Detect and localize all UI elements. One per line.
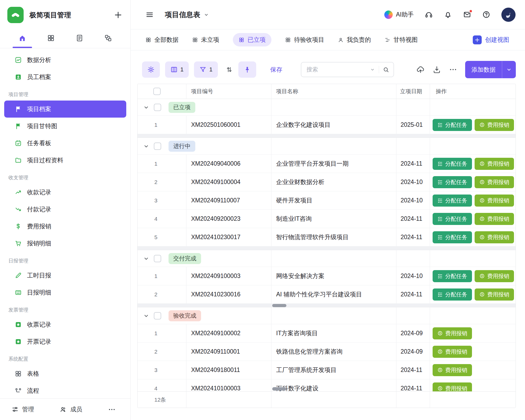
assign-task-button[interactable]: 分配任务 — [433, 195, 472, 207]
assign-task-button[interactable]: 分配任务 — [433, 158, 472, 170]
view-tab[interactable]: 未立项 — [192, 36, 219, 44]
expense-report-button[interactable]: $费用报销 — [475, 119, 514, 131]
sidebar-item[interactable]: 项目过程资料 — [4, 152, 126, 169]
expense-report-button[interactable]: $费用报销 — [433, 382, 472, 392]
group-checkbox[interactable] — [154, 104, 161, 111]
table-row[interactable]: 2XM202410230016AI 辅助个性化学习平台建设项目2024-11分配… — [138, 285, 516, 304]
filter-button[interactable]: 1 — [194, 61, 218, 78]
sidebar-item[interactable]: 员工档案 — [4, 69, 126, 86]
sidebar-item[interactable]: 数据分析 — [4, 51, 126, 69]
sidebar-item[interactable]: 开票记录 — [4, 333, 126, 350]
view-tab[interactable]: 待验收项目 — [285, 36, 324, 44]
checklist-icon — [437, 292, 443, 297]
title-chevron-icon[interactable] — [203, 12, 209, 18]
assign-task-button[interactable]: 分配任务 — [433, 176, 472, 188]
select-all-checkbox[interactable] — [153, 88, 161, 95]
group-collapse-icon[interactable] — [143, 143, 150, 150]
view-settings-button[interactable] — [142, 61, 160, 78]
expense-report-button[interactable]: $费用报销 — [433, 327, 472, 339]
sidebar-more-icon[interactable] — [108, 406, 116, 413]
table-row[interactable]: 1XM202409100002IT方案咨询项目2024-09$费用报销 — [138, 324, 516, 343]
view-tab[interactable]: 甘特视图 — [385, 36, 418, 44]
sort-icon — [225, 66, 233, 73]
sidebar-item[interactable]: 工时日报 — [4, 267, 126, 284]
table-row[interactable]: 1XM202501060001企业数字化建设项目2025-01分配任务$费用报销 — [138, 116, 516, 134]
hidden-fields-button[interactable]: 1 — [165, 61, 189, 78]
group-collapse-icon[interactable] — [143, 104, 150, 111]
assign-task-button[interactable]: 分配任务 — [433, 119, 472, 131]
expense-report-button[interactable]: $费用报销 — [475, 213, 514, 225]
export-download-icon[interactable] — [433, 65, 441, 74]
members-button[interactable]: 成员 — [60, 405, 82, 413]
sidebar-item[interactable]: 项目甘特图 — [4, 118, 126, 135]
table-row[interactable]: 3XM202409110007硬件开发项目2024-10分配任务$费用报销 — [138, 191, 516, 210]
inbox-mail-icon[interactable] — [463, 10, 471, 19]
sort-button[interactable] — [223, 61, 235, 78]
sidebar-tab-docs[interactable] — [72, 28, 87, 48]
sidebar-item[interactable]: 项目档案 — [4, 101, 126, 118]
manage-button[interactable]: 管理 — [12, 405, 34, 413]
group-checkbox[interactable] — [154, 143, 161, 150]
table-row[interactable]: 3XM202409180011工厂管理系统开发项目2024-11$费用报销 — [138, 361, 516, 379]
table-row[interactable]: 2XM202409100004企业业财数据分析2024-10分配任务$费用报销 — [138, 173, 516, 191]
sidebar-tab-tables[interactable] — [43, 28, 59, 48]
add-data-button[interactable]: 添加数据 — [465, 61, 516, 78]
menu-toggle-icon[interactable] — [145, 10, 154, 19]
view-tab[interactable]: 我负责的 — [338, 36, 371, 44]
import-upload-icon[interactable] — [416, 65, 425, 74]
sidebar-item[interactable]: 付款记录 — [4, 201, 126, 218]
search-scope-chevron-icon[interactable] — [370, 67, 375, 72]
assign-task-button[interactable]: 分配任务 — [433, 213, 472, 225]
horizontal-scrollbar-thumb[interactable] — [272, 387, 286, 391]
group-collapse-icon[interactable] — [143, 312, 150, 319]
view-tab[interactable]: 已立项 — [233, 33, 271, 46]
expense-report-button[interactable]: $费用报销 — [433, 346, 472, 358]
save-view-button[interactable]: 保存 — [270, 66, 282, 74]
create-view-button[interactable]: 创建视图 — [473, 35, 509, 44]
support-headset-icon[interactable] — [425, 10, 433, 19]
sidebar-item[interactable]: 费用报销 — [4, 218, 126, 235]
add-workspace-icon[interactable] — [114, 10, 123, 19]
help-icon[interactable] — [482, 10, 490, 19]
pin-button[interactable] — [238, 61, 256, 78]
group-checkbox[interactable] — [154, 312, 161, 319]
expense-report-button[interactable]: $费用报销 — [475, 288, 514, 301]
table-row[interactable]: 2XM202409110001铁路信息化管理方案咨询2024-09$费用报销 — [138, 343, 516, 361]
checklist-icon — [437, 179, 443, 185]
expense-report-button[interactable]: $费用报销 — [475, 195, 514, 207]
view-tab[interactable]: 全部数据 — [145, 36, 178, 44]
table-row[interactable]: 5XM202410230017智行物流管理软件升级项目2024-11分配任务$费… — [138, 228, 516, 246]
sidebar-item[interactable]: 报销明细 — [4, 235, 126, 252]
avatar[interactable] — [501, 8, 516, 22]
ai-assistant-button[interactable]: AI助手 — [384, 10, 414, 19]
sidebar-item[interactable]: 表格 — [4, 365, 126, 382]
more-actions-icon[interactable] — [449, 65, 457, 74]
expense-report-button[interactable]: $费用报销 — [475, 158, 514, 170]
assign-task-button[interactable]: 分配任务 — [433, 270, 472, 282]
assign-task-button[interactable]: 分配任务 — [433, 231, 472, 243]
expense-report-button[interactable]: $费用报销 — [475, 176, 514, 188]
search-box[interactable] — [301, 62, 394, 77]
group-collapse-icon[interactable] — [143, 255, 150, 262]
sidebar-tab-home[interactable] — [15, 28, 30, 48]
sidebar-item[interactable]: 任务看板 — [4, 135, 126, 152]
sidebar-item[interactable]: 流程 — [4, 382, 126, 398]
group-checkbox[interactable] — [154, 255, 161, 262]
assign-task-button[interactable]: 分配任务 — [433, 288, 472, 301]
table-row[interactable]: 4XM202409200023制造业IT咨询2024-11分配任务$费用报销 — [138, 210, 516, 228]
expense-report-button[interactable]: $费用报销 — [475, 270, 514, 282]
sidebar-item[interactable]: 收票记录 — [4, 316, 126, 333]
search-icon[interactable] — [383, 66, 389, 73]
sidebar-item[interactable]: 收款记录 — [4, 184, 126, 201]
notifications-bell-icon[interactable] — [444, 10, 452, 19]
expense-report-button[interactable]: $费用报销 — [475, 231, 514, 243]
add-data-chevron-icon[interactable] — [506, 66, 512, 73]
horizontal-scrollbar-thumb[interactable] — [272, 304, 286, 307]
table-row[interactable]: 1XM202409100003网络安全解决方案2024-10分配任务$费用报销 — [138, 267, 516, 285]
sidebar-item[interactable]: 日报明细 — [4, 284, 126, 301]
expense-report-button[interactable]: $费用报销 — [433, 364, 472, 376]
search-input[interactable] — [307, 66, 370, 73]
table-row[interactable]: 4XM202410100003万科数字化建设2024-11$费用报销 — [138, 379, 516, 391]
table-row[interactable]: 1XM202409040006企业管理平台开发项目一期2024-11分配任务$费… — [138, 155, 516, 173]
sidebar-tab-relations[interactable] — [101, 28, 116, 48]
